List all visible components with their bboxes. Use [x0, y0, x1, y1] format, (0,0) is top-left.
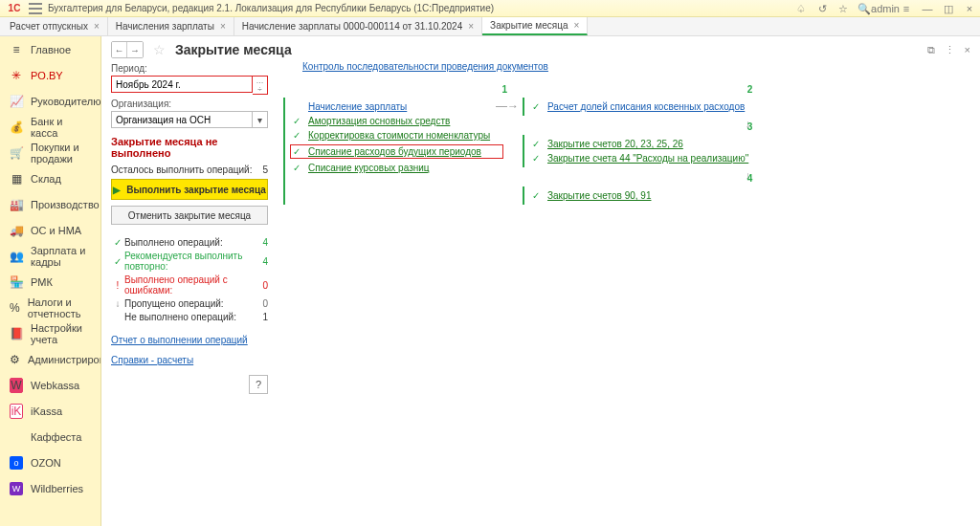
sidebar-item[interactable]: 🛒Покупки и продажи — [0, 140, 100, 165]
settings-icon[interactable]: ≡ — [900, 2, 913, 15]
status-text: Закрытие месяца не выполнено — [111, 136, 268, 159]
tab-close-icon[interactable]: × — [573, 20, 579, 31]
nav-back-button[interactable]: ← — [112, 42, 127, 57]
sidebar-item[interactable]: ⚙Администрирование — [0, 346, 100, 372]
report-link[interactable]: Отчет о выполнении операций — [111, 335, 248, 345]
operation-row: ✓Корректировка стоимости номенклатуры — [293, 130, 503, 141]
nav-forward-button[interactable]: → — [127, 42, 143, 57]
sidebar-icon: 👥 — [10, 250, 23, 263]
menu-icon[interactable] — [29, 3, 42, 14]
bell-icon[interactable]: ♤ — [794, 2, 808, 15]
nav-group: ← → — [111, 41, 144, 58]
tab-close-icon[interactable]: × — [468, 21, 474, 32]
org-dropdown-button[interactable]: ▾ — [253, 111, 268, 128]
sidebar-item[interactable]: 🏭Производство — [0, 191, 100, 217]
operation-link[interactable]: Расчет долей списания косвенных расходов — [547, 101, 745, 112]
tab[interactable]: Расчет отпускных× — [2, 17, 108, 35]
search-icon[interactable]: 🔍 — [858, 2, 871, 15]
operation-link[interactable]: Закрытие счета 44 "Расходы на реализацию… — [547, 153, 748, 164]
calc-link[interactable]: Справки - расчеты — [111, 355, 193, 365]
sidebar-item[interactable]: WWildberries — [0, 475, 100, 501]
tab-close-icon[interactable]: × — [220, 21, 226, 32]
operation-link[interactable]: Закрытие счетов 20, 23, 25, 26 — [547, 139, 683, 149]
sidebar-label: ОС и НМА — [31, 225, 81, 236]
open-external-icon[interactable]: ⧉ — [927, 44, 935, 56]
operation-link[interactable]: Начисление зарплаты — [308, 101, 407, 112]
sidebar-icon: % — [10, 301, 20, 315]
operation-link[interactable]: Корректировка стоимости номенклатуры — [308, 130, 490, 141]
more-icon[interactable]: ⋮ — [945, 44, 955, 56]
sidebar-item[interactable]: 🏪РМК — [0, 269, 100, 295]
cancel-close-button[interactable]: Отменить закрытие месяца — [111, 206, 268, 225]
sidebar-icon: ✳ — [10, 69, 23, 82]
titlebar-right: ♤ ↺ ☆ 🔍 admin ≡ — ◫ × — [794, 0, 976, 17]
sidebar-item[interactable]: ▦Склад — [0, 165, 100, 191]
sidebar-item[interactable]: 📈Руководителю — [0, 88, 100, 114]
restore-icon[interactable]: ◫ — [942, 2, 955, 15]
sidebar-item[interactable]: ✳PO.BY — [0, 62, 100, 88]
sidebar-label: Webkassa — [31, 380, 79, 391]
sidebar-label: Банк и касса — [31, 116, 91, 139]
sidebar-item[interactable]: WWebkassa — [0, 372, 100, 398]
operation-link[interactable]: Амортизация основных средств — [308, 116, 450, 126]
sidebar-label: Wildberries — [31, 483, 83, 494]
period-down-icon[interactable]: ÷ — [253, 85, 267, 94]
run-close-button[interactable]: ▶ Выполнить закрытие месяца — [111, 179, 268, 200]
sidebar-label: Склад — [31, 173, 61, 185]
minimize-icon[interactable]: — — [921, 2, 934, 15]
sidebar-label: Налоги и отчетность — [28, 296, 91, 319]
sidebar-item[interactable]: ≡Главное — [0, 36, 100, 62]
play-icon: ▶ — [113, 185, 121, 195]
sidebar-item[interactable]: 👥Зарплата и кадры — [0, 243, 100, 269]
control-sequence-link[interactable]: Контроль последовательности проведения д… — [302, 61, 548, 72]
tab-label: Расчет отпускных — [10, 21, 88, 32]
favorite-icon[interactable]: ☆ — [153, 42, 166, 57]
stat-label: Выполнено операций: — [124, 237, 255, 248]
sidebar-item[interactable]: %Налоги и отчетность — [0, 295, 100, 320]
period-up-icon[interactable]: … — [253, 77, 267, 85]
sidebar-label: Производство — [31, 199, 100, 210]
operation-row: ✓Закрытие счетов 90, 91 — [532, 190, 748, 201]
tab-close-icon[interactable]: × — [94, 21, 100, 32]
operation-row: ✓Расчет долей списания косвенных расходо… — [532, 101, 748, 112]
period-spinner[interactable]: … ÷ — [253, 76, 268, 95]
tab[interactable]: Начисление зарплаты 0000-000114 от 31.10… — [234, 17, 482, 35]
tab-label: Начисления зарплаты — [116, 21, 214, 32]
tab-label: Начисление зарплаты 0000-000114 от 31.10… — [242, 21, 463, 32]
sidebar-item[interactable]: 💰Банк и касса — [0, 114, 100, 140]
star-icon[interactable]: ☆ — [836, 2, 850, 15]
tab[interactable]: Начисления зарплаты× — [108, 17, 234, 35]
sidebar-label: Главное — [31, 44, 71, 55]
operation-link[interactable]: Списание расходов будущих периодов — [308, 146, 481, 157]
sidebar-label: OZON — [31, 457, 61, 469]
user-label[interactable]: admin — [879, 2, 892, 15]
check-icon: ✓ — [293, 130, 302, 141]
sidebar-item[interactable]: 🚚ОС и НМА — [0, 217, 100, 243]
stat-label: Не выполнено операций: — [124, 312, 255, 322]
stat-value: 4 — [255, 237, 268, 248]
stat-value: 0 — [255, 298, 268, 309]
sidebar-item[interactable]: 📕Настройки учета — [0, 320, 100, 346]
stat-row: ✓Выполнено операций:4 — [111, 237, 268, 248]
org-input[interactable] — [111, 111, 253, 128]
stat-value: 0 — [255, 280, 268, 291]
sidebar-icon: 🏭 — [10, 198, 23, 211]
remain-label: Осталось выполнить операций: — [111, 164, 252, 175]
run-close-label: Выполнить закрытие месяца — [126, 185, 266, 195]
tab[interactable]: Закрытие месяца× — [482, 17, 588, 35]
sidebar-item[interactable]: oOZON — [0, 449, 100, 475]
period-input[interactable] — [111, 76, 253, 93]
operation-link[interactable]: Списание курсовых разниц — [308, 163, 430, 173]
close-page-icon[interactable]: × — [965, 44, 970, 56]
operation-row: ✓Списание расходов будущих периодов — [290, 144, 503, 159]
history-icon[interactable]: ↺ — [815, 2, 829, 15]
sidebar-item[interactable]: iKiKassa — [0, 398, 100, 424]
operation-link[interactable]: Закрытие счетов 90, 91 — [547, 190, 651, 201]
help-button[interactable]: ? — [249, 375, 268, 394]
close-icon[interactable]: × — [963, 2, 976, 15]
stat-mark-icon: ✓ — [111, 256, 124, 267]
main-header: ← → ☆ Закрытие месяца ⧉ ⋮ × — [101, 36, 980, 59]
sidebar-item[interactable]: Каффеста — [0, 424, 100, 449]
stat-row: ↓Пропущено операций:0 — [111, 298, 268, 309]
check-icon: ✓ — [293, 163, 302, 173]
